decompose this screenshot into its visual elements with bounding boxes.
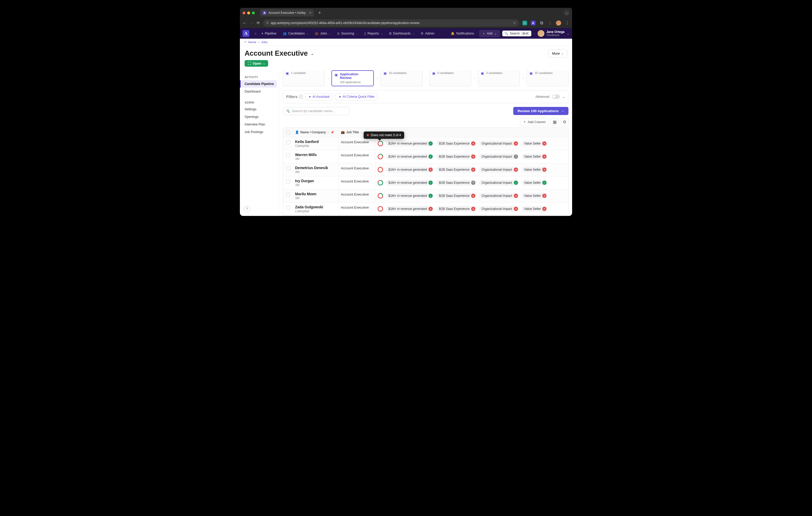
table-row[interactable]: Ivy Durgan3M Account Executive $1M+ in r… <box>283 177 568 189</box>
window-controls[interactable] <box>242 11 255 14</box>
sidebar-item-settings[interactable]: Settings <box>242 105 277 113</box>
stage-card[interactable]: ▣10 candidates <box>381 70 423 86</box>
notifications-button[interactable]: 🔔Notifications <box>448 30 476 37</box>
breadcrumb-home[interactable]: Home <box>248 40 256 44</box>
row-checkbox[interactable] <box>286 153 290 157</box>
ai-criteria-filter-button[interactable]: ✦AI Criteria Quick Filter <box>336 93 378 100</box>
criteria-pill: Value Seller ✕ <box>522 141 548 146</box>
criteria-pill: B2B Saas Experience ✕ <box>436 154 476 159</box>
browser-tabstrip: A Account Executive • Ashby × + ⌄ <box>240 8 572 18</box>
candidate-name[interactable]: Zada Gulgowski <box>295 205 337 209</box>
select-all-checkbox[interactable] <box>286 130 290 134</box>
browser-tab[interactable]: A Account Executive • Ashby × <box>260 9 314 17</box>
stage-icon: ▣ <box>335 73 338 77</box>
row-checkbox[interactable] <box>286 193 290 196</box>
avatar <box>538 30 544 37</box>
review-applications-button[interactable]: Review 100 Applications→ <box>513 107 569 115</box>
nav-reports[interactable]: ▯Reports⌄ <box>361 30 385 37</box>
add-column-button[interactable]: ＋Add Column <box>520 118 549 126</box>
help-button[interactable]: ? <box>243 206 250 212</box>
address-bar[interactable]: ⦾ app.ashbyhq.com/jobs/e24f3252-484a-465… <box>263 19 519 27</box>
sidebar-item-dashboard[interactable]: Dashboard <box>242 88 277 95</box>
svg-point-4 <box>378 167 383 172</box>
row-checkbox[interactable] <box>286 180 290 183</box>
criteria-pill: Value Seller ✕ <box>522 193 548 199</box>
criteria-status-icon: ? <box>471 181 475 185</box>
table-row[interactable]: Zada GulgowskiCaterpillar Account Execut… <box>283 203 568 216</box>
candidate-search-input[interactable]: 🔍 Search by candidate name... <box>283 107 349 115</box>
pin-icon[interactable]: 📌 <box>331 131 334 134</box>
more-button[interactable]: More⌄ <box>548 50 568 58</box>
sidebar-item-interview-plan[interactable]: Interview Plan <box>242 121 277 128</box>
user-menu[interactable]: Jane OrtegaYourBrand ⌄ <box>538 30 570 37</box>
candidate-name[interactable]: Ivy Durgan <box>295 179 337 183</box>
row-checkbox[interactable] <box>286 206 290 210</box>
candidate-name[interactable]: Demetrius Denesik <box>295 166 337 170</box>
chrome-profile-avatar[interactable] <box>556 20 561 26</box>
advanced-toggle[interactable] <box>552 95 560 99</box>
job-status-badge[interactable]: ⛶ Open ⌄ <box>244 60 268 67</box>
sidebar-item-openings[interactable]: Openings <box>242 113 277 121</box>
table-row[interactable]: Demetrius Denesik3M Account Executive $1… <box>283 163 568 177</box>
row-checkbox[interactable] <box>286 140 290 144</box>
nav-sourcing[interactable]: ◎Sourcing⌄ <box>334 30 360 37</box>
nav-dashboards[interactable]: ⊞Dashboards⌄ <box>386 30 417 37</box>
stage-card[interactable]: ▣0 candidates <box>429 70 471 86</box>
new-tab-button[interactable]: + <box>318 10 321 16</box>
row-checkbox[interactable] <box>286 166 290 171</box>
ai-assistant-button[interactable]: ✦AI Assistant <box>305 93 333 100</box>
table-row[interactable]: Keila SanfordCaterpillar Account Executi… <box>283 137 568 150</box>
criteria-status-icon: ✓ <box>429 154 433 159</box>
criteria-status-icon: ✕ <box>514 142 518 146</box>
candidates-table: 👤 Name / Company ↑↓ 📌 💼 Job Title ↑↓ Kei… <box>283 127 569 216</box>
info-icon[interactable]: i <box>299 95 303 98</box>
extension-icon[interactable]: ◇ <box>522 21 527 25</box>
tabs-menu-icon[interactable]: ⌄ <box>564 10 570 16</box>
criteria-status-icon: ✓ <box>429 142 433 146</box>
stage-card[interactable]: ▣3 candidates <box>478 70 520 86</box>
add-button[interactable]: ＋Add⌄ <box>479 30 499 37</box>
sort-icon[interactable]: ↑↓ <box>360 131 362 133</box>
chrome-menu-icon[interactable]: ⋮ <box>565 21 570 25</box>
app-logo[interactable]: A <box>242 30 249 37</box>
maximize-window-icon[interactable] <box>252 11 255 14</box>
breadcrumb-jobs[interactable]: Jobs <box>261 40 267 44</box>
stage-card[interactable]: ▣Application Review100 applications <box>331 70 374 86</box>
candidate-name[interactable]: Marilu Moen <box>295 192 337 196</box>
sidebar-item-candidate-pipeline[interactable]: Candidate Pipeline <box>240 80 277 88</box>
expand-filters-icon[interactable]: ⌄ <box>562 95 565 98</box>
close-window-icon[interactable] <box>242 11 245 14</box>
sort-icon[interactable]: ↑↓ <box>327 131 329 133</box>
tab-close-icon[interactable]: × <box>309 11 311 15</box>
nav-candidates[interactable]: 👥Candidates⌄ <box>280 30 311 37</box>
nav-admin[interactable]: ⚙Admin <box>418 30 437 37</box>
stage-card[interactable]: ▣15 candidates <box>527 70 569 86</box>
table-row[interactable]: Marilu Moen3M Account Executive $1M+ in … <box>283 189 568 203</box>
global-search-button[interactable]: 🔍Search⌘+K <box>502 31 531 36</box>
column-name[interactable]: 👤 Name / Company ↑↓ 📌 <box>293 128 339 137</box>
candidate-name[interactable]: Keila Sanford <box>295 140 337 144</box>
sidebar-item-job-postings[interactable]: Job Postings <box>242 128 277 136</box>
back-icon[interactable]: ← <box>242 21 246 25</box>
reload-icon[interactable]: ⟳ <box>257 21 260 25</box>
minimize-window-icon[interactable] <box>247 11 250 14</box>
extensions-menu-icon[interactable]: ⧉ <box>539 21 544 25</box>
table-row[interactable]: Warren Mills3M Account Executive $1M+ in… <box>283 150 568 163</box>
criteria-pill: B2B Saas Experience ? <box>436 180 476 186</box>
criteria-status-icon: ✕ <box>471 168 475 172</box>
home-icon[interactable]: ⌂ <box>252 30 259 37</box>
criteria-pill: Value Seller ✕ <box>522 206 548 212</box>
criteria-pill: Organizational Impact ✕ <box>479 167 519 173</box>
stage-card[interactable]: ▣1 candidate <box>283 70 325 86</box>
layout-icon[interactable]: ▦ <box>551 118 558 126</box>
job-title-menu-icon[interactable]: ⌄ <box>311 51 314 56</box>
candidate-name[interactable]: Warren Mills <box>295 153 337 157</box>
settings-icon[interactable]: ⚙ <box>560 118 569 126</box>
bookmark-icon[interactable]: ☆ <box>513 21 516 25</box>
ashby-extension-icon[interactable]: A <box>531 21 535 25</box>
page-title: Account Executive <box>244 50 308 58</box>
nav-jobs[interactable]: 💼Jobs⌄ <box>312 30 333 37</box>
site-info-icon[interactable]: ⦾ <box>266 21 269 25</box>
breadcrumb-back-icon[interactable]: ↶ <box>244 40 247 44</box>
nav-pipeline[interactable]: ▾Pipeline <box>259 30 279 37</box>
